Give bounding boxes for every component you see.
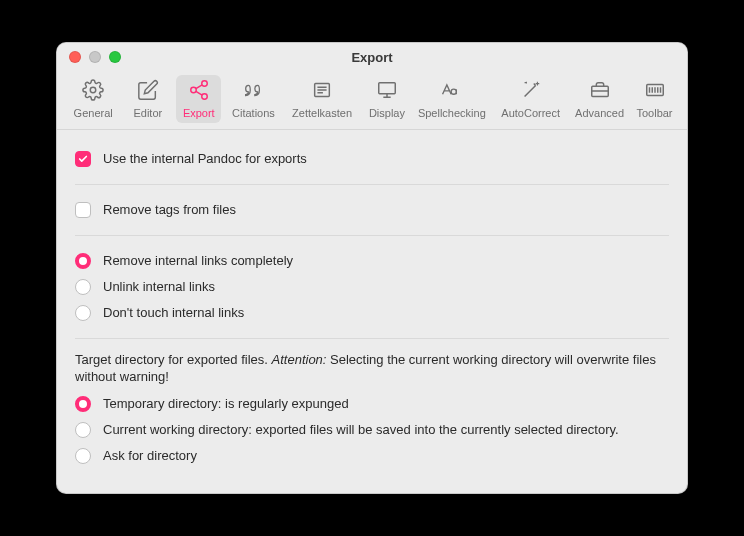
tab-label: Export (183, 107, 215, 119)
option-label: Ask for directory (103, 447, 197, 465)
svg-point-1 (202, 81, 208, 87)
option-link-keep[interactable]: Don't touch internal links (75, 300, 669, 326)
svg-line-5 (196, 85, 202, 89)
option-internal-pandoc[interactable]: Use the internal Pandoc for exports (75, 146, 669, 172)
radio[interactable] (75, 253, 91, 269)
quote-icon (242, 79, 264, 103)
tab-label: Toolbar (636, 107, 672, 119)
export-pane: Use the internal Pandoc for exports Remo… (57, 130, 687, 493)
option-label: Temporary directory: is regularly expung… (103, 395, 349, 413)
tab-label: General (74, 107, 113, 119)
radio[interactable] (75, 396, 91, 412)
tab-label: Editor (133, 107, 162, 119)
option-remove-tags[interactable]: Remove tags from files (75, 197, 669, 223)
edit-icon (137, 79, 159, 103)
gear-icon (82, 79, 104, 103)
preferences-window: Export General Editor Export Citations (56, 42, 688, 494)
toolbox-icon (589, 79, 611, 103)
tab-label: Advanced (575, 107, 624, 119)
svg-point-3 (202, 94, 208, 100)
checkbox[interactable] (75, 151, 91, 167)
option-dir-ask[interactable]: Ask for directory (75, 443, 669, 469)
tab-toolbar[interactable]: Toolbar (632, 75, 677, 123)
option-label: Unlink internal links (103, 278, 215, 296)
window-title: Export (57, 50, 687, 65)
titlebar: Export (57, 43, 687, 71)
tab-bar: General Editor Export Citations Zettelka… (57, 71, 687, 130)
tab-export[interactable]: Export (176, 75, 221, 123)
tab-general[interactable]: General (67, 75, 119, 123)
svg-rect-10 (379, 83, 396, 94)
tab-label: Display (369, 107, 405, 119)
tab-citations[interactable]: Citations (227, 75, 279, 123)
help-text-a: Target directory for exported files. (75, 352, 272, 367)
target-dir-help: Target directory for exported files. Att… (75, 351, 669, 385)
tab-advanced[interactable]: Advanced (573, 75, 626, 123)
radio[interactable] (75, 279, 91, 295)
share-icon (188, 79, 210, 103)
radio[interactable] (75, 448, 91, 464)
option-link-remove[interactable]: Remove internal links completely (75, 248, 669, 274)
option-label: Remove tags from files (103, 201, 236, 219)
tab-label: Citations (232, 107, 275, 119)
tab-spellchecking[interactable]: Spellchecking (415, 75, 488, 123)
monitor-icon (376, 79, 398, 103)
checkbox[interactable] (75, 202, 91, 218)
radio[interactable] (75, 305, 91, 321)
tab-label: Spellchecking (418, 107, 486, 119)
option-label: Use the internal Pandoc for exports (103, 150, 307, 168)
separator (75, 338, 669, 339)
tab-label: AutoCorrect (501, 107, 560, 119)
separator (75, 235, 669, 236)
tab-label: Zettelkasten (292, 107, 352, 119)
note-icon (311, 79, 333, 103)
svg-point-2 (191, 87, 197, 93)
wand-icon (520, 79, 542, 103)
tab-autocorrect[interactable]: AutoCorrect (494, 75, 567, 123)
tab-zettelkasten[interactable]: Zettelkasten (286, 75, 359, 123)
tab-display[interactable]: Display (364, 75, 409, 123)
option-label: Current working directory: exported file… (103, 421, 619, 439)
separator (75, 184, 669, 185)
spellcheck-icon (440, 79, 464, 103)
option-dir-cwd[interactable]: Current working directory: exported file… (75, 417, 669, 443)
barcode-icon (644, 79, 666, 103)
radio[interactable] (75, 422, 91, 438)
option-label: Don't touch internal links (103, 304, 244, 322)
option-label: Remove internal links completely (103, 252, 293, 270)
svg-line-4 (196, 91, 202, 95)
svg-point-0 (90, 87, 96, 93)
option-dir-temp[interactable]: Temporary directory: is regularly expung… (75, 391, 669, 417)
tab-editor[interactable]: Editor (125, 75, 170, 123)
option-link-unlink[interactable]: Unlink internal links (75, 274, 669, 300)
help-text-em: Attention: (272, 352, 327, 367)
